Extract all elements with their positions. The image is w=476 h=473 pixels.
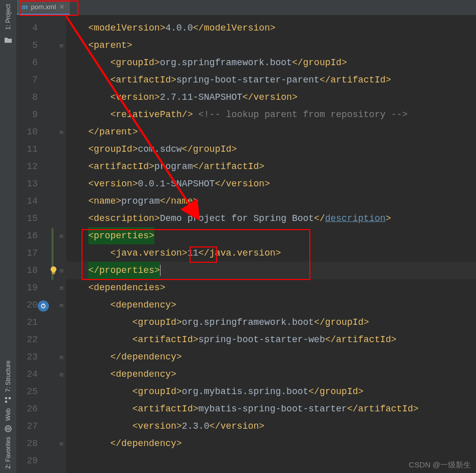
code-line[interactable]: <dependencies> <box>66 279 476 296</box>
fold-icon[interactable]: ⊟ <box>60 42 63 49</box>
editor-tab-bar: m pom.xml ✕ <box>17 0 476 15</box>
tool-tab-web[interactable]: Web <box>5 404 12 425</box>
tool-tab-structure[interactable]: 7: Structure <box>5 356 12 396</box>
line-number: 26 <box>17 400 45 418</box>
line-number: 14 <box>17 192 45 210</box>
line-number: 18 <box>17 262 45 279</box>
line-number: 9 <box>17 106 45 123</box>
code-line[interactable]: <parent> <box>66 37 476 54</box>
svg-rect-4 <box>52 273 55 274</box>
fold-icon[interactable]: ⊟ <box>60 129 63 135</box>
code-line[interactable]: <groupId>org.mybatis.spring.boot</groupI… <box>66 383 476 400</box>
svg-rect-2 <box>5 401 7 403</box>
fold-icon[interactable]: ⊟ <box>60 354 63 360</box>
code-line[interactable]: <groupId>com.sdcw</groupId> <box>66 141 476 158</box>
code-line[interactable]: <groupId>org.springframework.boot</group… <box>66 54 476 71</box>
tab-label: pom.xml <box>31 3 56 11</box>
line-number: 28 <box>17 435 45 452</box>
line-number: 5 <box>17 37 45 54</box>
code-line[interactable]: <description>Demo project for Spring Boo… <box>66 210 476 227</box>
line-number: 15 <box>17 210 45 227</box>
line-number: 21 <box>17 314 45 331</box>
code-line[interactable]: <artifactId>mybatis-spring-boot-starter<… <box>66 400 476 418</box>
code-line[interactable]: <properties> <box>66 227 476 244</box>
code-line[interactable]: </dependency> <box>66 348 476 366</box>
line-number: 12 <box>17 158 45 175</box>
fold-icon[interactable]: ⊟ <box>60 285 63 291</box>
tool-tab-favorites[interactable]: 2: Favorites <box>5 433 12 473</box>
line-number: 22 <box>17 331 45 348</box>
line-number: 23 <box>17 348 45 366</box>
tool-window-stripe-left: 1: Project 7: Structure Web 2: Favorites <box>0 0 17 473</box>
line-number: 10 <box>17 123 45 141</box>
line-number: 13 <box>17 175 45 192</box>
tool-tab-project[interactable]: 1: Project <box>5 0 12 34</box>
code-line[interactable]: <name>program</name> <box>66 192 476 210</box>
code-line[interactable]: <groupId>org.springframework.boot</group… <box>66 314 476 331</box>
line-number: 17 <box>17 244 45 262</box>
code-line[interactable]: <version>2.3.0</version> <box>66 418 476 435</box>
line-number: 25 <box>17 383 45 400</box>
code-line[interactable]: <dependency> <box>66 296 476 314</box>
fold-icon[interactable]: ⊟ <box>60 302 63 309</box>
editor-tab-pom[interactable]: m pom.xml ✕ <box>17 0 70 15</box>
code-line[interactable]: <artifactId>spring-boot-starter-web</art… <box>66 331 476 348</box>
line-number: 27 <box>17 418 45 435</box>
watermark-label: CSDN @一级新生 <box>409 460 471 470</box>
intention-bulb-icon[interactable] <box>49 266 58 275</box>
web-icon <box>4 425 12 433</box>
line-number: 16 <box>17 227 45 244</box>
code-line[interactable]: <modelVersion>4.0.0</modelVersion> <box>66 19 476 37</box>
line-number: 7 <box>17 71 45 89</box>
svg-rect-0 <box>5 397 7 399</box>
code-line[interactable]: </dependency> <box>66 435 476 452</box>
code-line[interactable]: <version>2.7.11-SNAPSHOT</version> <box>66 89 476 106</box>
fold-icon[interactable]: ⊟ <box>60 233 63 239</box>
code-line[interactable]: <dependency> <box>66 366 476 383</box>
line-number: 4 <box>17 19 45 37</box>
fold-icon[interactable]: ⊡ <box>60 267 63 274</box>
editor-content[interactable]: <modelVersion>4.0.0</modelVersion> <pare… <box>66 15 476 473</box>
maven-reload-icon[interactable] <box>38 300 49 312</box>
fold-icon[interactable]: ⊟ <box>60 371 63 378</box>
editor-gutter: 4567891011121314151617181920212223242526… <box>17 15 45 473</box>
folder-icon <box>4 36 12 44</box>
line-number: 19 <box>17 279 45 296</box>
close-icon[interactable]: ✕ <box>59 3 65 11</box>
maven-file-icon: m <box>22 3 28 11</box>
code-line[interactable]: <relativePath/> <!-- lookup parent from … <box>66 106 476 123</box>
fold-icon[interactable]: ⊟ <box>60 440 63 447</box>
line-number: 8 <box>17 89 45 106</box>
code-line[interactable]: <artifactId>spring-boot-starter-parent</… <box>66 71 476 89</box>
line-number: 6 <box>17 54 45 71</box>
fold-gutter: ⊟⊟⊟⊡⊟⊟⊟⊟⊟ <box>45 15 66 473</box>
code-line[interactable]: </parent> <box>66 123 476 141</box>
code-line[interactable]: </properties> <box>66 262 476 279</box>
line-number: 11 <box>17 141 45 158</box>
line-number: 29 <box>17 452 45 469</box>
line-number: 24 <box>17 366 45 383</box>
code-line[interactable]: <artifactId>program</artifactId> <box>66 158 476 175</box>
code-line[interactable]: <java.version>11</java.version> <box>66 244 476 262</box>
structure-icon <box>4 396 12 404</box>
code-line[interactable]: <version>0.0.1-SNAPSHOT</version> <box>66 175 476 192</box>
svg-rect-1 <box>9 397 11 399</box>
